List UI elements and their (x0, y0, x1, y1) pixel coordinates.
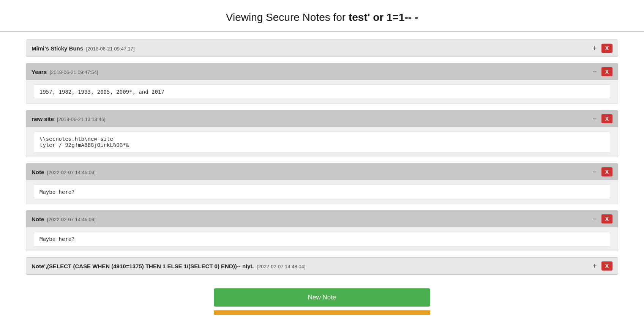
note-header-left-4: Note [2022-02-07 14:45:09] (32, 169, 96, 175)
note-header-right-2: −X (591, 67, 612, 76)
note-body-3: \\secnotes.htb\new-site tyler / 92g!mA8B… (26, 127, 618, 157)
note-header-left-6: Note',(SELECT (CASE WHEN (4910=1375) THE… (32, 263, 305, 269)
note-title-6: Note',(SELECT (CASE WHEN (4910=1375) THE… (32, 263, 254, 269)
note-title-3: new site (32, 116, 54, 122)
note-timestamp-5: [2022-02-07 14:45:09] (46, 217, 96, 222)
note-title-5: Note (32, 216, 44, 222)
new-note-section: New Note (0, 281, 644, 310)
note-header-left-2: Years [2018-06-21 09:47:54] (32, 69, 98, 75)
note-delete-btn-1[interactable]: X (601, 44, 612, 53)
note-header-right-6: +X (591, 261, 612, 271)
note-body-4: Maybe here? (26, 180, 618, 204)
note-timestamp-3: [2018-06-21 13:13:46] (55, 116, 106, 122)
note-header-right-5: −X (591, 214, 612, 223)
page-title: Viewing Secure Notes for test' or 1=1-- … (0, 0, 644, 32)
note-delete-btn-5[interactable]: X (601, 214, 612, 223)
note-delete-btn-4[interactable]: X (601, 167, 612, 176)
note-card-5: Note [2022-02-07 14:45:09]−XMaybe here? (26, 210, 618, 251)
note-header-3[interactable]: new site [2018-06-21 13:13:46]−X (26, 110, 618, 127)
note-card-4: Note [2022-02-07 14:45:09]−XMaybe here? (26, 163, 618, 204)
note-card-1: Mimi's Sticky Buns [2018-06-21 09:47:17]… (26, 39, 618, 57)
note-card-6: Note',(SELECT (CASE WHEN (4910=1375) THE… (26, 257, 618, 275)
note-timestamp-1: [2018-06-21 09:47:17] (85, 46, 135, 52)
note-header-right-1: +X (591, 44, 612, 53)
note-content-3: \\secnotes.htb\new-site tyler / 92g!mA8B… (34, 132, 610, 152)
note-delete-btn-6[interactable]: X (601, 261, 612, 271)
note-toggle-btn-5[interactable]: − (591, 215, 598, 223)
note-toggle-btn-4[interactable]: − (591, 168, 598, 176)
note-header-left-5: Note [2022-02-07 14:45:09] (32, 216, 96, 222)
note-header-6[interactable]: Note',(SELECT (CASE WHEN (4910=1375) THE… (26, 258, 618, 274)
note-delete-btn-3[interactable]: X (601, 114, 612, 123)
note-header-5[interactable]: Note [2022-02-07 14:45:09]−X (26, 211, 618, 227)
note-header-1[interactable]: Mimi's Sticky Buns [2018-06-21 09:47:17]… (26, 40, 618, 57)
note-toggle-btn-6[interactable]: + (591, 262, 598, 270)
note-toggle-btn-1[interactable]: + (591, 44, 598, 52)
title-username: test' or 1=1-- - (349, 11, 418, 23)
note-delete-btn-2[interactable]: X (601, 67, 612, 76)
title-prefix: Viewing Secure Notes for (226, 11, 349, 23)
note-header-2[interactable]: Years [2018-06-21 09:47:54]−X (26, 63, 618, 80)
note-header-right-4: −X (591, 167, 612, 176)
notes-container: Mimi's Sticky Buns [2018-06-21 09:47:17]… (18, 39, 626, 275)
note-header-left-3: new site [2018-06-21 13:13:46] (32, 116, 106, 122)
note-toggle-btn-2[interactable]: − (591, 68, 598, 76)
note-title-2: Years (32, 69, 47, 75)
note-content-2: 1957, 1982, 1993, 2005, 2009*, and 2017 (34, 85, 610, 99)
note-timestamp-2: [2018-06-21 09:47:54] (48, 69, 98, 75)
note-body-5: Maybe here? (26, 227, 618, 251)
note-content-4: Maybe here? (34, 185, 610, 199)
note-toggle-btn-3[interactable]: − (591, 115, 598, 123)
note-card-3: new site [2018-06-21 13:13:46]−X\\secnot… (26, 110, 618, 157)
note-header-left-1: Mimi's Sticky Buns [2018-06-21 09:47:17] (32, 45, 135, 52)
note-header-right-3: −X (591, 114, 612, 123)
note-title-1: Mimi's Sticky Buns (32, 45, 83, 52)
note-content-5: Maybe here? (34, 232, 610, 246)
note-title-4: Note (32, 169, 44, 175)
note-body-2: 1957, 1982, 1993, 2005, 2009*, and 2017 (26, 80, 618, 104)
note-card-2: Years [2018-06-21 09:47:54]−X1957, 1982,… (26, 63, 618, 104)
new-note-button[interactable]: New Note (214, 288, 430, 307)
note-timestamp-6: [2022-02-07 14:48:04] (256, 264, 306, 269)
note-header-4[interactable]: Note [2022-02-07 14:45:09]−X (26, 164, 618, 180)
note-timestamp-4: [2022-02-07 14:45:09] (46, 170, 96, 175)
orange-bar (214, 310, 430, 315)
